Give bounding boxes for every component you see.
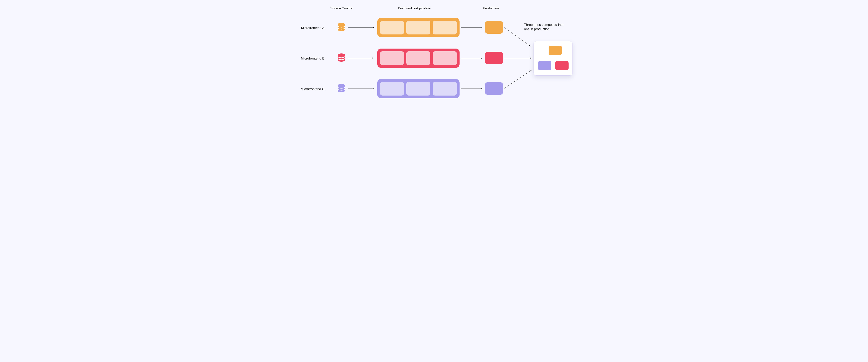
arrow-icon [348,58,376,58]
pipeline-stage [380,82,404,95]
header-production: Production [483,6,499,10]
pipeline-stage [406,21,430,34]
pipeline-stage [433,21,457,34]
database-icon [337,84,346,93]
row-label-b: Microfrontend B [293,56,324,61]
diagram-canvas: Source Control Build and test pipeline P… [281,0,587,127]
pipeline-stage [380,21,404,34]
composed-block-b [555,61,568,70]
svg-line-11 [504,70,532,89]
pipeline-stage [406,51,430,65]
pipeline-stage [433,82,457,95]
composed-block-c [538,61,551,70]
pipeline-stage [380,51,404,65]
production-box-b [485,52,503,64]
database-icon [337,23,346,32]
pipeline-stage [406,82,430,95]
header-pipeline: Build and test pipeline [398,6,431,10]
arrow-icon [504,58,533,58]
arrow-icon [348,89,376,89]
arrow-icon [461,27,484,28]
pipeline-c [377,79,460,98]
pipeline-stage [433,51,457,65]
database-icon [337,53,346,63]
composed-panel [533,41,573,76]
arrow-icon [504,68,533,90]
pipeline-b [377,49,460,68]
pipeline-a [377,18,460,37]
composed-caption: Three apps composed into one in producti… [524,23,567,31]
row-label-a: Microfrontend A [293,26,324,30]
production-box-a [485,21,503,34]
arrow-icon [348,27,376,28]
arrow-icon [461,58,484,58]
arrow-icon [461,89,484,89]
production-box-c [485,82,503,95]
header-source-control: Source Control [330,6,352,10]
row-label-c: Microfrontend C [293,87,324,91]
composed-block-a [549,46,562,55]
